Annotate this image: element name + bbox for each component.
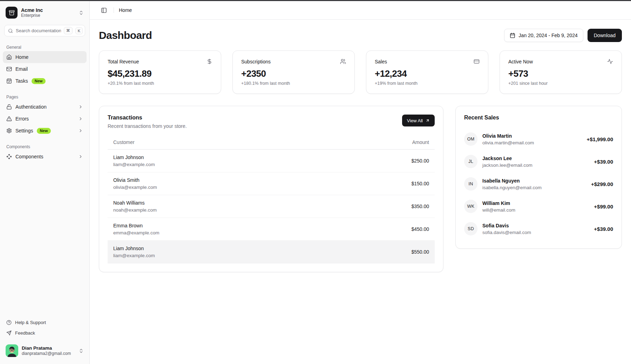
sidebar-section-pages: Pages bbox=[3, 92, 87, 101]
new-badge: New bbox=[32, 78, 46, 84]
initials-avatar: IN bbox=[464, 177, 477, 191]
transaction-row[interactable]: Liam Johnson liam@example.com $550.00 bbox=[108, 241, 435, 263]
sidebar-item-authentication[interactable]: Authentication bbox=[3, 101, 87, 113]
transactions-card: Transactions Recent transactions from yo… bbox=[99, 106, 443, 272]
chevrons-up-down-icon bbox=[79, 348, 84, 353]
initials-avatar: OM bbox=[464, 132, 477, 146]
calendar-icon bbox=[510, 33, 515, 38]
sale-customer-name: Sofia Davis bbox=[482, 223, 531, 228]
customer-email: olivia@example.com bbox=[113, 185, 157, 190]
stat-note: +19% from last month bbox=[375, 81, 480, 86]
mail-icon bbox=[6, 66, 12, 72]
view-all-label: View All bbox=[407, 118, 423, 123]
sidebar-item-home[interactable]: Home bbox=[3, 51, 87, 63]
customer-email: liam@example.com bbox=[113, 253, 155, 258]
sidebar-item-label: Email bbox=[15, 66, 28, 72]
stat-value: +2350 bbox=[241, 68, 346, 79]
stat-card-sales: Sales +12,234 +19% from last month bbox=[366, 50, 488, 94]
stat-card-active-now: Active Now +573 +201 since last hour bbox=[500, 50, 622, 94]
initials-avatar: WK bbox=[464, 200, 477, 213]
sale-customer-email: sofia.davis@email.com bbox=[482, 230, 531, 235]
view-all-button[interactable]: View All bbox=[402, 115, 435, 126]
new-badge: New bbox=[37, 128, 51, 134]
recent-sale-item: WK William Kim will@email.com +$99.00 bbox=[464, 195, 613, 218]
initials-avatar: SD bbox=[464, 222, 477, 235]
sale-customer-name: Jackson Lee bbox=[482, 156, 532, 161]
sale-customer-name: Olivia Martin bbox=[482, 133, 534, 139]
workspace-switcher[interactable]: Acme Inc Enterprise bbox=[3, 5, 87, 21]
recent-sale-item: SD Sofia Davis sofia.davis@email.com +$3… bbox=[464, 218, 613, 240]
customer-email: emma@example.com bbox=[113, 230, 160, 235]
search-placeholder: Search documentation bbox=[16, 28, 61, 33]
sidebar-item-label: Authentication bbox=[15, 104, 47, 110]
sidebar-footer-item-feedback[interactable]: Feedback bbox=[3, 328, 87, 338]
search-input[interactable]: Search documentation ⌘ K bbox=[4, 25, 85, 36]
sale-customer-email: isabella.nguyen@email.com bbox=[482, 185, 542, 190]
shortcut-k-key: K bbox=[75, 27, 83, 34]
sidebar-footer: Help & Support Feedback bbox=[3, 317, 87, 360]
avatar bbox=[6, 344, 18, 357]
settings-icon bbox=[6, 128, 12, 133]
transaction-row[interactable]: Emma Brown emma@example.com $450.00 bbox=[108, 218, 435, 241]
sidebar-item-errors[interactable]: Errors bbox=[3, 113, 87, 125]
sidebar-item-tasks[interactable]: Tasks New bbox=[3, 75, 87, 87]
transaction-row[interactable]: Noah Williams noah@example.com $350.00 bbox=[108, 195, 435, 218]
recent-sales-list: OM Olivia Martin olivia.martin@email.com… bbox=[464, 128, 613, 240]
customer-name: Emma Brown bbox=[113, 223, 160, 228]
date-range-button[interactable]: Jan 20, 2024 - Feb 9, 2024 bbox=[504, 29, 583, 42]
dollar-sign-icon bbox=[206, 59, 212, 64]
transaction-row[interactable]: Olivia Smith olivia@example.com $150.00 bbox=[108, 172, 435, 195]
sale-amount: +$39.00 bbox=[594, 159, 613, 165]
download-button[interactable]: Download bbox=[588, 29, 622, 42]
transaction-row[interactable]: Liam Johnson liam@example.com $250.00 bbox=[108, 150, 435, 172]
shortcut-cmd-key: ⌘ bbox=[64, 27, 73, 34]
sale-customer-email: olivia.martin@email.com bbox=[482, 140, 534, 145]
sidebar-section-components: Components bbox=[3, 142, 87, 151]
user-menu[interactable]: Dian Pratama dianpratama2@gmail.com bbox=[3, 342, 87, 360]
calendar-check-icon bbox=[6, 78, 12, 84]
customer-email: noah@example.com bbox=[113, 207, 157, 213]
page-title: Dashboard bbox=[99, 29, 152, 41]
search-icon bbox=[8, 28, 13, 33]
stat-note: +180.1% from last month bbox=[241, 81, 346, 86]
sidebar-toggle-button[interactable] bbox=[99, 5, 109, 15]
transactions-table-header: Customer Amount bbox=[108, 136, 435, 150]
customer-name: Liam Johnson bbox=[113, 154, 155, 160]
sidebar-item-label: Home bbox=[15, 54, 28, 60]
recent-sale-item: OM Olivia Martin olivia.martin@email.com… bbox=[464, 128, 613, 150]
stat-card-subscriptions: Subscriptions +2350 +180.1% from last mo… bbox=[232, 50, 355, 94]
chevron-right-icon bbox=[78, 116, 83, 121]
sidebar-item-settings[interactable]: Settings New bbox=[3, 125, 87, 137]
sidebar-footer-item-help-support[interactable]: Help & Support bbox=[3, 317, 87, 328]
download-label: Download bbox=[594, 33, 616, 38]
customer-name: Noah Williams bbox=[113, 200, 157, 206]
stat-title: Total Revenue bbox=[108, 59, 139, 64]
stat-title: Subscriptions bbox=[241, 59, 271, 64]
stat-title: Sales bbox=[375, 59, 387, 64]
recent-sale-item: JL Jackson Lee jackson.lee@email.com +$3… bbox=[464, 150, 613, 173]
credit-card-icon bbox=[474, 59, 480, 64]
sidebar-section-general: General bbox=[3, 43, 87, 51]
transactions-subtitle: Recent transactions from your store. bbox=[108, 123, 187, 129]
sidebar-item-label: Settings bbox=[15, 128, 33, 133]
app-root: Acme Inc Enterprise Search documentation… bbox=[0, 1, 631, 364]
transaction-amount: $350.00 bbox=[411, 204, 429, 209]
users-icon bbox=[340, 59, 346, 64]
sidebar-nav-components: Components bbox=[3, 151, 87, 163]
main-area: Home Dashboard Jan 20, 2024 - Feb 9, 202… bbox=[90, 1, 631, 364]
transaction-amount: $250.00 bbox=[411, 158, 429, 164]
footer-item-label: Help & Support bbox=[15, 320, 46, 325]
sale-customer-email: jackson.lee@email.com bbox=[482, 163, 532, 168]
sale-customer-email: will@email.com bbox=[482, 207, 515, 213]
transactions-title: Transactions bbox=[108, 115, 187, 121]
sidebar-nav-general: Home Email Tasks New bbox=[3, 51, 87, 87]
breadcrumb[interactable]: Home bbox=[119, 7, 132, 13]
stat-title: Active Now bbox=[508, 59, 533, 64]
stat-note: +201 since last hour bbox=[508, 81, 613, 86]
sidebar-item-components[interactable]: Components bbox=[3, 151, 87, 163]
sale-amount: +$99.00 bbox=[594, 204, 613, 210]
transaction-amount: $450.00 bbox=[411, 226, 429, 232]
sidebar-item-email[interactable]: Email bbox=[3, 63, 87, 75]
triangle-alert-icon bbox=[6, 116, 12, 122]
stat-note: +20.1% from last month bbox=[108, 81, 212, 86]
